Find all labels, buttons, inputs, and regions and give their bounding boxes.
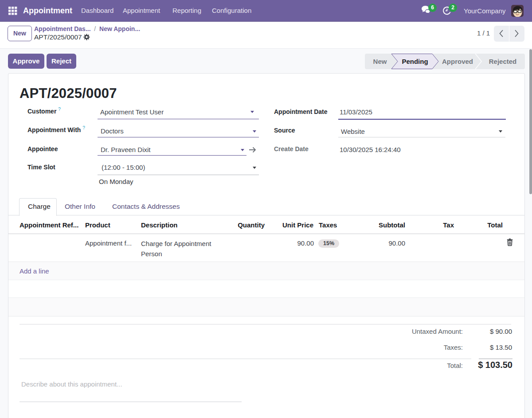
svg-text:Rejected: Rejected: [489, 58, 517, 65]
svg-text:Approved: Approved: [442, 58, 473, 65]
svg-text:Pending: Pending: [402, 58, 428, 65]
svg-text:New: New: [373, 58, 387, 65]
